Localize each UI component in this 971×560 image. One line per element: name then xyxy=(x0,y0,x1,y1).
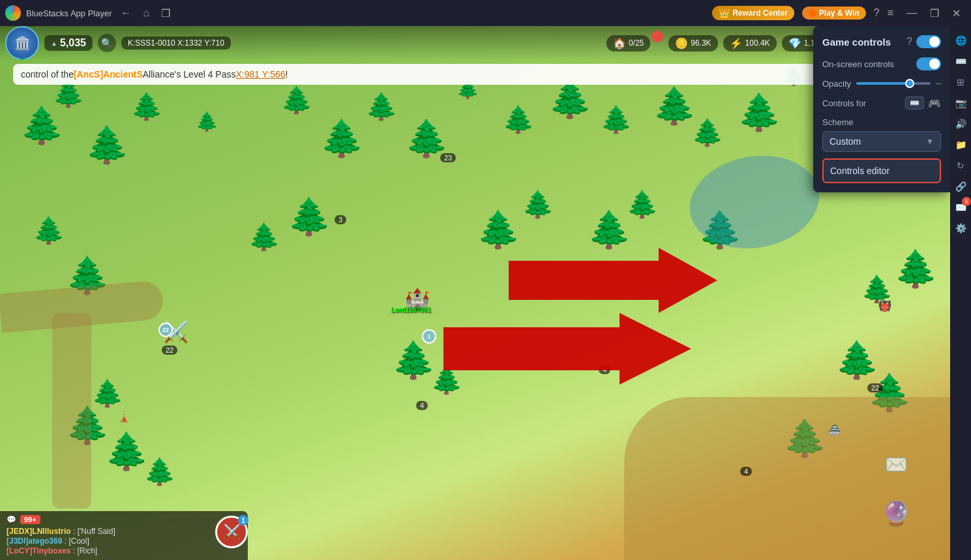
battle-button[interactable]: ⚔️ 1 xyxy=(215,516,248,548)
tree-decoration xyxy=(20,104,65,147)
chat-text-3: : [Rich] xyxy=(73,546,97,555)
chat-message-3: [LoCY]Tinyboxes : [Rich] xyxy=(7,546,241,555)
chat-message-1: [JEDX]LNIllustrio : ['Nuff Said] xyxy=(7,527,241,536)
unit-circle: 1 xyxy=(422,329,436,344)
xp-ring xyxy=(20,59,25,60)
chat-title: 💬 xyxy=(7,515,16,524)
tree-decoration xyxy=(280,85,313,115)
controls-editor-button[interactable]: Controls editor xyxy=(822,158,941,183)
gamepad-icon[interactable]: 🎮 xyxy=(928,97,941,110)
coordinate-display: K:SSS1-0010 X:1332 Y:710 xyxy=(121,37,231,50)
player-name-label: Lord1597061 xyxy=(391,306,431,314)
opacity-label: Opacity xyxy=(822,79,851,89)
play-win-button[interactable]: Play & Win xyxy=(802,7,866,20)
chat-username-jedx: [JEDX]LNIllustrio xyxy=(7,527,71,536)
unit-circle-2: 22 xyxy=(158,323,173,337)
scheme-dropdown[interactable]: Custom ▼ xyxy=(822,131,941,152)
hud-icons: 🔍 xyxy=(98,34,116,52)
tree-decoration xyxy=(893,248,938,290)
reward-center-button[interactable]: 👑 Reward Center xyxy=(712,6,794,20)
chat-text-2: : [Cool] xyxy=(65,537,89,546)
panel-header: Game controls ? xyxy=(822,35,941,48)
tree-decoration xyxy=(652,85,697,127)
sidebar-volume-icon[interactable]: 🔊 xyxy=(951,115,970,133)
tree-decoration xyxy=(104,430,149,473)
dirt-path-v xyxy=(52,313,91,508)
tree-decoration xyxy=(391,339,436,381)
chat-text-1: : ['Nuff Said] xyxy=(73,527,115,536)
sidebar-keyboard-icon[interactable]: ⌨️ xyxy=(951,52,970,70)
resource2: ⚡ 100.4K xyxy=(723,35,777,52)
sidebar-mail-icon[interactable]: ✉️ xyxy=(951,198,970,216)
chat-panel: 💬 99+ [JEDX]LNIllustrio : ['Nuff Said] [… xyxy=(0,511,248,560)
tree-decoration xyxy=(248,222,280,252)
tree-decoration xyxy=(33,215,65,246)
on-screen-controls-row: On-screen controls xyxy=(822,57,941,70)
help-icon[interactable]: ? xyxy=(906,36,912,48)
controls-for-icons: ⌨️ 🎮 xyxy=(905,96,941,110)
keyboard-icon[interactable]: ⌨️ xyxy=(905,96,924,110)
panel-title: Game controls xyxy=(822,37,891,48)
sidebar-globe-icon[interactable]: 🌐 xyxy=(951,31,970,50)
sidebar-rotate-icon[interactable]: ↻ xyxy=(951,156,970,175)
tree-decoration xyxy=(502,104,535,135)
gold-resource: 🪙 96.3K xyxy=(668,35,717,52)
chat-message-2: [J3DI]atego369 : [Cool] xyxy=(7,537,241,546)
tree-decoration xyxy=(626,189,659,220)
multitab-button[interactable]: ❐ xyxy=(157,6,174,21)
scheme-value: Custom xyxy=(829,136,861,147)
tree-decoration xyxy=(196,111,218,132)
on-screen-label: On-screen controls xyxy=(822,59,894,69)
resource2-icon: ⚡ xyxy=(730,37,743,50)
sidebar-camera-icon[interactable]: 📷 xyxy=(951,94,970,112)
sidebar-link-icon[interactable]: 🔗 xyxy=(951,177,970,196)
game-area[interactable]: ⚔️ 🏰 Lord1597061 🗼 🏯 👹 23 3 22 4 4 22 4 … xyxy=(0,26,950,560)
orange-circle-icon xyxy=(809,9,816,17)
window-controls: — ❐ ✕ xyxy=(901,6,966,21)
player-avatar[interactable]: 🏛️ xyxy=(5,26,39,60)
map-label-4-right: 4 xyxy=(740,467,752,476)
alliance-name: [AncS]AncientS xyxy=(74,69,143,80)
game-controls-toggle[interactable] xyxy=(916,35,941,48)
alert-banner: control of the [AncS]AncientS Alliance's… xyxy=(13,64,911,85)
map-label-22-right: 22 xyxy=(867,383,883,392)
crown-icon: 👑 xyxy=(719,8,730,18)
search-icon[interactable]: 🔍 xyxy=(98,34,116,52)
minimize-button[interactable]: — xyxy=(901,6,922,21)
on-screen-toggle[interactable] xyxy=(916,57,941,70)
home-resource: 🏠 0/25 xyxy=(606,35,650,52)
opacity-handle xyxy=(905,79,914,88)
close-button[interactable]: ✕ xyxy=(947,6,966,21)
sidebar-folder-icon[interactable]: 📁 xyxy=(951,136,970,154)
chat-username-j3di: [J3DI]atego369 xyxy=(7,537,62,546)
tree-decoration xyxy=(143,456,176,487)
svg-marker-0 xyxy=(509,248,717,313)
chat-username-locy: [LoCY]Tinyboxes xyxy=(7,546,70,555)
titlebar: BlueStacks App Player ← ⌂ ❐ 👑 Reward Cen… xyxy=(0,0,971,26)
opacity-decrease-icon[interactable]: − xyxy=(936,78,941,89)
red-arrow-2 xyxy=(443,313,691,387)
coord-link[interactable]: X:981 Y:566 xyxy=(235,69,285,80)
game-background: ⚔️ 🏰 Lord1597061 🗼 🏯 👹 23 3 22 4 4 22 4 … xyxy=(0,26,950,560)
opacity-slider[interactable] xyxy=(856,82,931,85)
gem-icon: 💎 xyxy=(788,37,801,50)
help-button[interactable]: ? xyxy=(874,7,880,19)
sidebar-settings-icon[interactable]: ⚙️ xyxy=(951,219,970,237)
map-label-4-left: 4 xyxy=(416,401,428,410)
maximize-button[interactable]: ❐ xyxy=(925,6,944,21)
dropdown-arrow-icon: ▼ xyxy=(926,137,934,146)
menu-button[interactable]: ≡ xyxy=(888,7,893,19)
titlebar-nav: ← ⌂ ❐ xyxy=(117,6,175,21)
tree-decoration xyxy=(365,91,398,122)
controls-for-label: Controls for xyxy=(822,98,866,108)
map-label-3: 3 xyxy=(335,215,346,224)
app-title: BlueStacks App Player xyxy=(26,8,112,18)
sidebar-grid-icon[interactable]: ⊞ xyxy=(951,73,970,91)
chat-header: 💬 99+ xyxy=(7,515,241,524)
home-button[interactable]: ⌂ xyxy=(140,6,154,20)
tree-decoration xyxy=(85,124,130,166)
scheme-label: Scheme xyxy=(822,117,941,127)
tree-decoration xyxy=(476,209,521,251)
back-button[interactable]: ← xyxy=(117,6,136,20)
controls-for-row: Controls for ⌨️ 🎮 xyxy=(822,96,941,110)
